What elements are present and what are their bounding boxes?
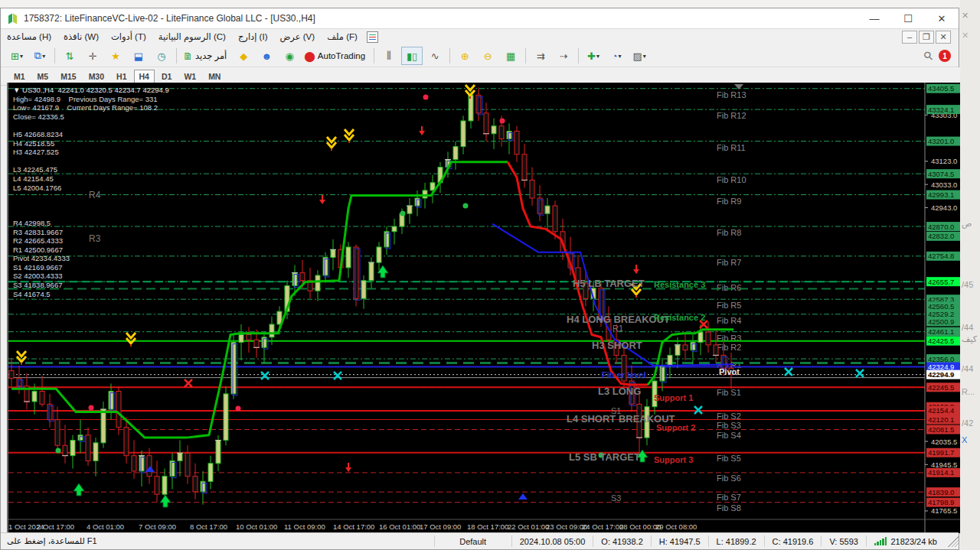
svg-text:43324.1: 43324.1 [928,106,954,114]
zoom-out-button[interactable]: ⊖ [477,47,498,65]
fib-label: Fib S4 [717,431,741,440]
title-bar: 1758372: LiteFinanceVC-Live-02 - LiteFin… [1,8,959,29]
date-tick: 22 Oct 01:00 [508,522,549,531]
close-button[interactable]: ✕ [925,9,959,28]
menu-bar: مساعدة (H) نافذة (W) أدوات (T) الرسوم ال… [1,29,959,44]
background-fragment: /42 [962,418,973,428]
svg-text:42870.0: 42870.0 [928,223,954,231]
background-fragment: ✕ [962,11,969,21]
svg-text:42425.5: 42425.5 [928,337,954,345]
resize-grip[interactable] [948,536,959,547]
bar-chart-button[interactable]: ⫼ [378,47,400,65]
down-arrow-icon [319,200,325,204]
sell-signal-icon [466,85,475,96]
date-tick: 4 Oct 01:00 [87,522,124,531]
svg-text:42993.1: 42993.1 [928,190,954,199]
timeframe-mn[interactable]: MN [203,70,226,83]
timeframe-m1[interactable]: M1 [8,70,31,83]
timeframe-m30[interactable]: M30 [83,70,109,83]
svg-text:42120.1: 42120.1 [928,415,954,424]
svg-text:42832.0: 42832.0 [928,232,954,240]
minimize-button[interactable]: — [858,9,891,28]
menu-item-insert[interactable]: إدارج (I) [232,30,274,44]
navigator-button[interactable]: ★ [105,47,126,65]
line-chart-button[interactable]: ∿ [424,47,446,65]
x-marker-icon [185,379,192,387]
timeframe-w1[interactable]: W1 [178,70,201,83]
menu-item-help[interactable]: مساعدة (H) [1,30,57,44]
svg-text:42500.9: 42500.9 [928,317,954,326]
price-tick: 41945.5 [931,461,957,469]
metaeditor-button[interactable]: ◆ [233,47,254,65]
svg-text:42754.8: 42754.8 [928,252,954,260]
fib-label: Fib R2 [717,343,741,352]
chart-area[interactable]: Fib R13Fib R12Fib R11Fib R10Fib R9Fib R8… [7,83,962,533]
svg-text:42245.5: 42245.5 [928,383,954,392]
svg-text:42081.5: 42081.5 [928,425,954,434]
litefinance-logo-icon [8,13,19,24]
sell-signal-icon [17,351,26,362]
status-close: C: 41919.6 [764,535,822,547]
menu-item-file[interactable]: ملف (F) [321,30,364,44]
periods-button[interactable]: ◔▾ [606,47,627,65]
date-tick: 7 Oct 09:00 [139,522,176,531]
market-watch-button[interactable]: ⇅ [59,47,80,65]
candlestick-chart-button[interactable]: ▮▯ [401,47,423,65]
status-profile[interactable]: Default [434,535,511,547]
menu-item-window[interactable]: نافذة (W) [57,30,105,44]
experts-button[interactable]: ☻ [256,47,277,65]
search-icon[interactable]: ⚲ [920,48,936,64]
chart-annotation: Pivot [719,367,740,376]
menu-item-view[interactable]: عرض (V) [273,30,321,44]
profiles-button[interactable]: ⧉▾ [29,47,51,65]
notification-badge[interactable]: 1 [939,50,951,62]
signals-button[interactable]: ◉ [279,47,300,65]
date-tick: 10 Oct 01:00 [236,522,277,531]
dot-marker [400,211,406,216]
chart-shift-button[interactable]: ⇢ [553,47,574,65]
new-order-button[interactable]: 🗎أمر جديد [181,47,231,65]
strategy-tester-button[interactable]: ◷ [151,47,172,65]
mdi-close-button[interactable]: ✕ [936,31,951,44]
svg-text:42154.4: 42154.4 [928,406,954,415]
fib-label: Fib R13 [717,90,746,99]
background-window-strip: ✕✕ص/45/44كيف/44R.../42X [960,0,980,550]
fib-label: Fib R6 [717,283,741,292]
timeframe-m5[interactable]: M5 [32,70,54,83]
dot-marker [423,95,429,100]
indicators-button[interactable]: ✚▾ [583,47,604,65]
fib-label: Fib R12 [717,111,746,120]
svg-text:43074.5: 43074.5 [928,170,954,178]
x-marker-icon [261,372,269,379]
toolbar: ⊞▾ ⧉▾ ⇅ ✛ ★ ⬓ ◷ 🗎أمر جديد ◆ ☻ ◉ ⬤AutoTra… [1,45,959,67]
fib-label: Fib S6 [717,474,741,483]
svg-text:42461.1: 42461.1 [928,327,954,336]
terminal-button[interactable]: ⬓ [128,47,149,65]
auto-scroll-button[interactable]: ⇉ [530,47,551,65]
dot-marker [89,405,94,411]
dot-marker [463,203,469,209]
tile-windows-button[interactable]: ▦ [500,47,521,65]
timeframe-m15[interactable]: M15 [55,70,81,83]
maximize-button[interactable]: ☐ [891,9,925,28]
down-arrow-icon [633,269,639,274]
new-chart-button[interactable]: ⊞▾ [6,47,28,65]
mdi-minimize-button[interactable]: ‒ [902,31,917,44]
timeframe-d1[interactable]: D1 [156,70,177,83]
timeframe-h4[interactable]: H4 [134,70,155,83]
date-tick: 2 Oct 17:00 [37,522,74,531]
buy-signal-icon [160,495,171,507]
chart-annotation: S3 [611,493,621,503]
autotrading-button[interactable]: ⬤AutoTrading [302,47,370,65]
timeframe-h1[interactable]: H1 [111,70,132,83]
menu-item-tools[interactable]: أدوات (T) [105,30,152,44]
chart-canvas[interactable]: Fib R13Fib R12Fib R11Fib R10Fib R9Fib R8… [8,83,962,533]
new-order-label: أمر جديد [195,50,227,61]
menu-item-charts[interactable]: الرسوم البيانية (C) [152,30,232,44]
data-window-button[interactable]: ✛ [82,47,103,65]
svg-text:41914.1: 41914.1 [928,468,954,477]
mdi-restore-button[interactable]: ❐ [919,31,934,44]
templates-button[interactable]: ▨▾ [629,47,650,65]
zoom-in-button[interactable]: ⊕ [454,47,475,65]
background-fragment: كيف [962,334,977,344]
